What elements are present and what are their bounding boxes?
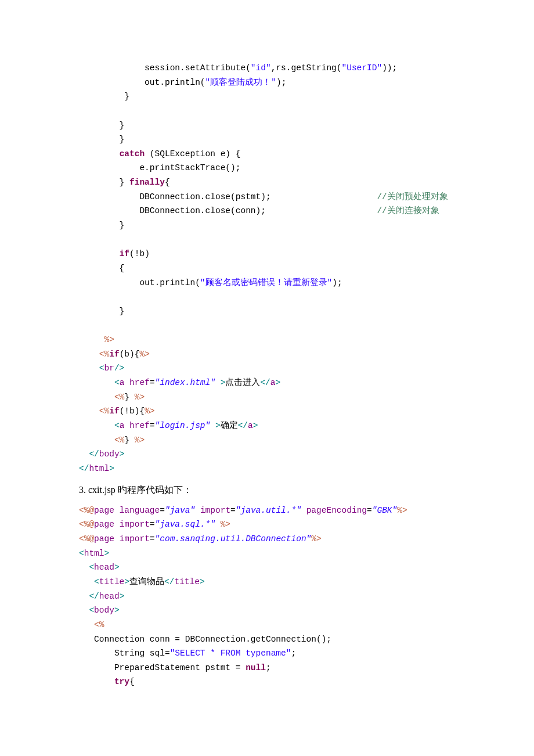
code-line: <head>: [79, 563, 120, 572]
code-line: <title>查询物品</title>: [79, 577, 205, 586]
code-line: </head>: [79, 592, 124, 601]
code-line: DBConnection.close(pstmt); //关闭预处理对象: [79, 192, 448, 201]
code-line: <body>: [79, 606, 120, 615]
document-page: session.setAttribute("id",rs.getString("…: [0, 0, 534, 756]
code-line: <%if(!b){%>: [79, 406, 155, 416]
code-block-1: session.setAttribute("id",rs.getString("…: [79, 61, 493, 476]
code-line: <%} %>: [79, 435, 145, 445]
code-line: <br/>: [79, 363, 124, 373]
code-line: Connection conn = DBConnection.getConnec…: [79, 635, 331, 644]
code-line: DBConnection.close(conn); //关闭连接对象: [79, 206, 439, 215]
code-line: <%@page import="java.sql.*" %>: [79, 520, 230, 529]
code-line: <%if(b){%>: [79, 350, 150, 359]
code-line: catch (SQLException e) {: [79, 149, 240, 159]
code-line: }: [79, 92, 129, 101]
code-line: }: [79, 307, 124, 316]
code-line: <a href="index.html" >点击进入</a>: [79, 378, 280, 387]
code-line: String sql="SELECT * FROM typename";: [79, 649, 296, 658]
code-line: if(!b): [79, 249, 150, 258]
code-line: <html>: [79, 549, 109, 558]
code-line: } finally{: [79, 178, 170, 187]
code-line: </html>: [79, 464, 114, 473]
code-line: {: [79, 264, 124, 273]
code-line: }: [79, 135, 124, 144]
code-line: out.println("顾客登陆成功！");: [79, 78, 286, 87]
code-line: }: [79, 221, 124, 230]
code-line: <%@page import="com.sanqing.util.DBConne…: [79, 534, 322, 543]
code-line: <%: [79, 620, 104, 629]
code-line: %>: [79, 335, 114, 344]
code-line: <%} %>: [79, 393, 145, 402]
code-line: <%@page language="java" import="java.uti…: [79, 506, 407, 515]
code-line: try{: [79, 677, 135, 686]
code-block-2: <%@page language="java" import="java.uti…: [79, 503, 493, 689]
code-line: <a href="login.jsp" >确定</a>: [79, 421, 258, 430]
code-line: PreparedStatement pstmt = null;: [79, 663, 271, 672]
code-line: e.printStackTrace();: [79, 163, 240, 172]
code-line: }: [79, 121, 124, 130]
section-heading: 3. cxit.jsp 旳程序代码如下：: [79, 482, 493, 498]
code-line: </body>: [79, 449, 124, 459]
code-line: session.setAttribute("id",rs.getString("…: [79, 63, 397, 73]
code-line: out.println("顾客名或密码错误！请重新登录");: [79, 278, 342, 287]
